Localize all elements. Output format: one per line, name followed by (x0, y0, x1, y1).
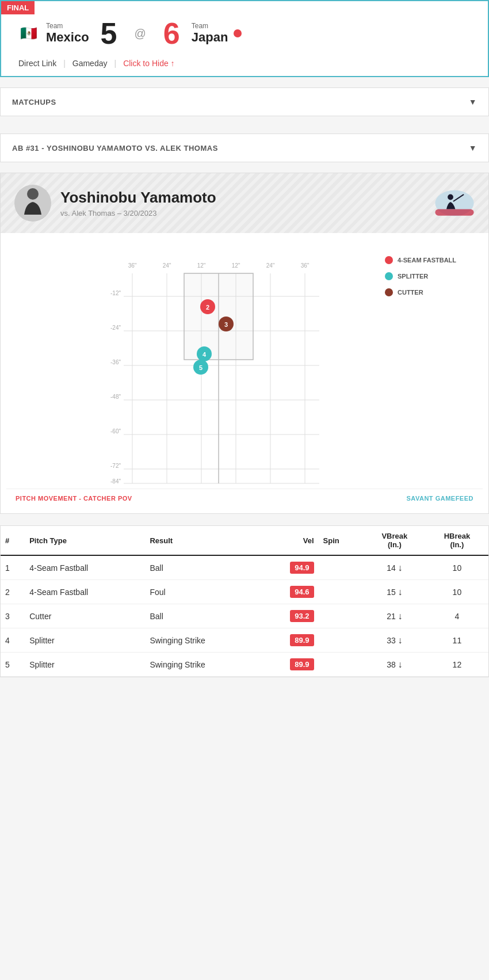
matchups-section-header[interactable]: MATCHUPS ▼ (0, 87, 489, 116)
cell-hbreak: 10 (426, 555, 488, 580)
table-row: 24-Seam FastballFoul94.615 ↓10 (1, 580, 488, 604)
col-pitch-type: Pitch Type (25, 526, 145, 555)
svg-text:3: 3 (224, 321, 228, 328)
col-vbreak: VBreak(In.) (364, 526, 426, 555)
pitcher-vs-line: vs. Alek Thomas – 3/20/2023 (60, 209, 216, 218)
cell-vel: 93.2 (260, 604, 319, 628)
cell-vbreak: 33 ↓ (364, 628, 426, 653)
legend-label-splitter: SPLITTER (398, 273, 428, 280)
cell-vel: 89.9 (260, 653, 319, 677)
cell-hbreak: 11 (426, 628, 488, 653)
ab-section-header[interactable]: AB #31 - YOSHINOBU YAMAMOTO VS. ALEK THO… (0, 134, 489, 162)
cell-hbreak: 12 (426, 653, 488, 677)
svg-text:-36": -36" (110, 359, 121, 365)
cell-result: Swinging Strike (145, 653, 260, 677)
chart-footer-left[interactable]: PITCH MOVEMENT - CATCHER POV (16, 495, 132, 502)
legend-item-splitter: SPLITTER (385, 272, 477, 280)
svg-text:-84": -84" (110, 478, 121, 485)
chart-footer: PITCH MOVEMENT - CATCHER POV SAVANT GAME… (6, 489, 483, 508)
table-header-row: # Pitch Type Result Vel Spin VBreak(In.)… (1, 526, 488, 555)
away-team-block: Team Mexico (46, 22, 89, 45)
cell-spin (319, 580, 364, 604)
home-team-name: Japan (192, 30, 228, 45)
cell-num: 4 (1, 628, 25, 653)
table-row: 5SplitterSwinging Strike89.938 ↓12 (1, 653, 488, 677)
pitcher-text: Yoshinobu Yamamoto vs. Alek Thomas – 3/2… (60, 189, 216, 218)
cell-pitch-type: Splitter (25, 653, 145, 677)
svg-text:36": 36" (128, 262, 137, 269)
cell-result: Swinging Strike (145, 628, 260, 653)
svg-point-2 (448, 195, 453, 200)
legend-label-cutter: CUTTER (398, 289, 423, 296)
cell-result: Ball (145, 604, 260, 628)
cell-num: 1 (1, 555, 25, 580)
mlb-logo (434, 189, 475, 218)
svg-text:12": 12" (232, 262, 240, 269)
gameday-link[interactable]: Gameday (72, 59, 108, 68)
cell-hbreak: 10 (426, 580, 488, 604)
mexico-flag: 🇲🇽 (18, 23, 39, 44)
japan-indicator (234, 29, 242, 37)
at-sign: @ (135, 27, 146, 40)
away-team: 🇲🇽 Team Mexico (18, 22, 89, 45)
score-row: 🇲🇽 Team Mexico 5 @ 6 Team Japan (1, 1, 488, 54)
vel-badge: 94.6 (290, 586, 314, 598)
cell-result: Ball (145, 555, 260, 580)
pitcher-name: Yoshinobu Yamamoto (60, 189, 216, 207)
svg-text:36": 36" (301, 262, 310, 269)
legend-item-cutter: CUTTER (385, 288, 477, 296)
pitch-table: # Pitch Type Result Vel Spin VBreak(In.)… (1, 526, 488, 677)
cell-vel: 94.9 (260, 555, 319, 580)
svg-text:2: 2 (206, 304, 209, 311)
cell-vel: 94.6 (260, 580, 319, 604)
cell-vbreak: 15 ↓ (364, 580, 426, 604)
away-team-label: Team (46, 22, 63, 30)
svg-text:-48": -48" (110, 394, 121, 400)
chart-container: -12" -24" -36" -48" -60" -72" -84" 36" 2… (0, 233, 489, 514)
legend-item-fastball: 4-SEAM FASTBALL (385, 256, 477, 264)
score-links: Direct Link | Gameday | Click to Hide ↑ (1, 54, 488, 76)
svg-text:4: 4 (203, 351, 207, 358)
away-score: 5 (101, 18, 117, 48)
matchups-chevron: ▼ (469, 97, 477, 106)
svg-text:-12": -12" (110, 290, 121, 296)
pitcher-avatar (14, 185, 51, 222)
svg-text:-24": -24" (110, 325, 121, 331)
matchups-label: MATCHUPS (12, 98, 56, 106)
ab-label: AB #31 - YOSHINOBU YAMAMOTO VS. ALEK THO… (12, 144, 218, 152)
cell-num: 3 (1, 604, 25, 628)
pitcher-card: Yoshinobu Yamamoto vs. Alek Thomas – 3/2… (0, 173, 489, 233)
table-row: 14-Seam FastballBall94.914 ↓10 (1, 555, 488, 580)
score-card: FINAL 🇲🇽 Team Mexico 5 @ 6 Team Japan Di… (0, 0, 489, 77)
click-to-hide[interactable]: Click to Hide ↑ (123, 59, 174, 68)
chart-footer-right[interactable]: SAVANT GAMEFEED (407, 495, 474, 502)
cell-pitch-type: Splitter (25, 628, 145, 653)
direct-link[interactable]: Direct Link (18, 59, 56, 68)
svg-rect-33 (184, 273, 253, 360)
home-team-block: Team Japan (192, 22, 228, 45)
pitcher-info: Yoshinobu Yamamoto vs. Alek Thomas – 3/2… (14, 185, 216, 222)
col-hbreak: HBreak(In.) (426, 526, 488, 555)
cell-vel: 89.9 (260, 628, 319, 653)
col-num: # (1, 526, 25, 555)
legend-label-fastball: 4-SEAM FASTBALL (398, 257, 456, 264)
cell-spin (319, 628, 364, 653)
svg-text:-60": -60" (110, 428, 121, 434)
svg-point-0 (27, 188, 39, 200)
col-result: Result (145, 526, 260, 555)
pitch-table-container: # Pitch Type Result Vel Spin VBreak(In.)… (0, 525, 489, 677)
cell-vbreak: 38 ↓ (364, 653, 426, 677)
home-team: Team Japan (192, 22, 242, 45)
cell-vbreak: 21 ↓ (364, 604, 426, 628)
vel-badge: 93.2 (290, 610, 314, 622)
table-row: 3CutterBall93.221 ↓4 (1, 604, 488, 628)
cell-spin (319, 555, 364, 580)
cell-pitch-type: 4-Seam Fastball (25, 580, 145, 604)
ab-chevron: ▼ (469, 143, 477, 152)
home-team-label: Team (192, 22, 208, 30)
cell-pitch-type: 4-Seam Fastball (25, 555, 145, 580)
chart-inner: -12" -24" -36" -48" -60" -72" -84" 36" 2… (6, 245, 483, 486)
cell-result: Foul (145, 580, 260, 604)
table-row: 4SplitterSwinging Strike89.933 ↓11 (1, 628, 488, 653)
svg-text:24": 24" (163, 262, 171, 269)
